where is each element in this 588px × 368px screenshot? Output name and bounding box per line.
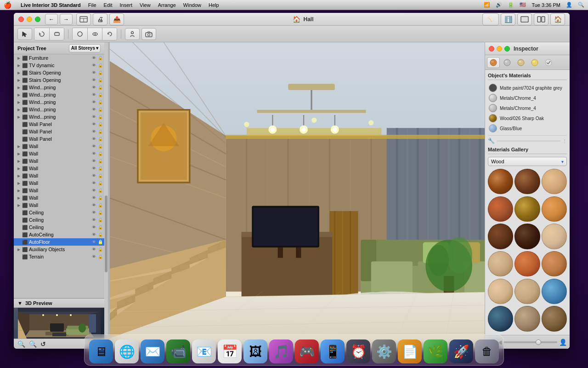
lock-icon[interactable]: 🔒 — [97, 84, 103, 91]
visibility-icon[interactable]: 👁 — [90, 69, 97, 76]
tree-item-auxiliary[interactable]: ▶ ⬛ Auxiliary Objects 👁 🔒 — [14, 246, 104, 253]
swatch-wood4[interactable] — [488, 196, 513, 222]
maximize-button[interactable] — [35, 17, 40, 22]
swatch-teal[interactable] — [542, 279, 567, 304]
dock-launchpad[interactable]: 🚀 — [449, 339, 473, 363]
lock-icon[interactable]: 🔒 — [97, 121, 103, 127]
refresh-tool[interactable] — [102, 28, 117, 40]
dock-itunes[interactable]: 🎵 — [269, 339, 293, 363]
lock-icon[interactable]: 🔒 — [97, 158, 103, 164]
swatch-wood3[interactable] — [542, 169, 567, 194]
lock-icon[interactable]: 🔒 — [97, 150, 103, 157]
swatch-wood5[interactable] — [514, 196, 540, 222]
tree-item-wall3[interactable]: ▶ ⬛ Wall 👁 🔒 — [14, 157, 104, 165]
close-button[interactable] — [18, 17, 24, 22]
visibility-icon[interactable]: 👁 — [90, 231, 97, 238]
visibility-icon[interactable]: 👁 — [90, 180, 97, 186]
dock-mail[interactable]: ✉️ — [141, 339, 164, 363]
visibility-icon[interactable]: 👁 — [90, 92, 97, 98]
visibility-icon[interactable]: 👁 — [90, 158, 97, 164]
tree-item-terrain[interactable]: ⬛ Terrain 👁 🔒 — [14, 253, 104, 260]
dock-trash[interactable]: 🗑 — [475, 339, 499, 363]
swatch-wood14[interactable] — [514, 279, 540, 304]
visibility-icon[interactable]: 👁 — [90, 224, 97, 230]
lock-icon[interactable]: 🔒 — [97, 224, 103, 230]
tree-item-furniture[interactable]: ▶ ⬛ Furniture 👁 🔒 — [14, 54, 104, 62]
tree-item-wall8[interactable]: ▶ ⬛ Wall 👁 🔒 — [14, 194, 104, 201]
lock-icon[interactable]: 🔒 — [97, 195, 103, 201]
person-tool[interactable] — [125, 28, 140, 40]
swatch-wood10[interactable] — [488, 251, 513, 276]
toolbar-info-btn[interactable]: ℹ️ — [501, 13, 515, 25]
inspector-tab-extra[interactable] — [542, 57, 555, 68]
visibility-icon[interactable]: 👁 — [90, 187, 97, 194]
back-button[interactable]: ← — [45, 14, 58, 25]
lock-icon[interactable]: 🔒 — [97, 180, 103, 186]
tree-item-wall4[interactable]: ▶ ⬛ Wall 👁 🔒 — [14, 165, 104, 172]
dock-word[interactable]: 📄 — [398, 339, 422, 363]
swatch-wood16[interactable] — [542, 306, 567, 331]
swatch-wood2[interactable] — [514, 169, 540, 194]
material-item-0[interactable]: Matte paint/7024 graphite grey — [488, 83, 567, 93]
tree-item-wall7[interactable]: ▶ ⬛ Wall 👁 🔒 — [14, 187, 104, 194]
dock-plant[interactable]: 🌿 — [424, 339, 447, 363]
lock-icon[interactable]: 🔒 — [97, 92, 103, 98]
lock-icon[interactable]: 🔒 — [97, 253, 103, 260]
minimize-button[interactable] — [27, 17, 32, 22]
visibility-icon[interactable]: 👁 — [90, 202, 97, 208]
visibility-icon[interactable]: 👁 — [90, 106, 97, 113]
search-icon[interactable]: 🔍 — [578, 2, 584, 8]
all-storeys-dropdown[interactable]: All Storeys ▾ — [69, 44, 101, 52]
camera-tool[interactable] — [141, 28, 156, 40]
tree-item-ceiling3[interactable]: ⬛ Ceiling 👁 🔒 — [14, 224, 104, 231]
tree-item-wall1[interactable]: ▶ ⬛ Wall 👁 🔒 — [14, 143, 104, 150]
app-name[interactable]: Live Interior 3D Standard — [21, 2, 81, 8]
dock-appstore[interactable]: 📱 — [321, 339, 345, 363]
toolbar-floorplan-btn[interactable] — [76, 13, 91, 25]
tree-item-wall6[interactable]: ▶ ⬛ Wall 👁 🔒 — [14, 179, 104, 187]
tree-item-window5[interactable]: ▶ ⬛ Wind...pning 👁 🔒 — [14, 113, 104, 121]
dock-finder[interactable]: 🖥 — [89, 339, 113, 363]
sidebar-scroll-thumb[interactable] — [105, 196, 107, 272]
dock-timemachine[interactable]: ⏰ — [346, 339, 370, 363]
select-tool[interactable] — [17, 28, 32, 40]
lock-icon[interactable]: 🔒 — [97, 62, 103, 69]
swatch-wood12[interactable] — [542, 251, 567, 276]
lock-icon[interactable]: 🔒 — [97, 106, 103, 113]
lock-icon[interactable]: 🔒 — [97, 217, 103, 223]
inspector-tab-materials[interactable] — [487, 57, 500, 68]
gallery-dropdown[interactable]: Wood ▾ — [488, 157, 567, 166]
visibility-icon[interactable]: 👁 — [90, 195, 97, 201]
menu-file[interactable]: File — [88, 2, 96, 8]
material-item-2[interactable]: Metals/Chrome_4 — [488, 103, 567, 113]
inspector-maximize-btn[interactable] — [504, 46, 510, 52]
sidebar-tree[interactable]: ▶ ⬛ Furniture 👁 🔒 ▶ ⬛ TV dynamic 👁 — [14, 54, 104, 298]
visibility-icon[interactable]: 👁 — [90, 143, 97, 150]
tree-item-wallpanel3[interactable]: ⬛ Wall Panel 👁 🔒 — [14, 135, 104, 143]
toolbar-print-btn[interactable]: 🖨 — [93, 13, 107, 25]
lock-icon[interactable]: 🔒 — [97, 55, 103, 61]
lock-icon[interactable]: 🔒 — [97, 69, 103, 76]
visibility-icon[interactable]: 👁 — [90, 114, 97, 120]
apple-menu[interactable]: 🍎 — [4, 1, 11, 9]
dock-systemprefs[interactable]: ⚙️ — [372, 339, 396, 363]
tree-item-window3[interactable]: ▶ ⬛ Wind...pning 👁 🔒 — [14, 98, 104, 106]
lock-icon[interactable]: 🔒 — [97, 77, 103, 83]
forward-button[interactable]: → — [60, 14, 73, 25]
visibility-icon[interactable]: 👁 — [90, 253, 97, 260]
dock-calendar[interactable]: 📅 — [218, 339, 242, 363]
dock-safari[interactable]: 🌐 — [115, 339, 139, 363]
visibility-icon[interactable]: 👁 — [90, 55, 97, 61]
tree-item-wallpanel1[interactable]: ⬛ Wall Panel 👁 🔒 — [14, 121, 104, 128]
sidebar-scrollbar[interactable] — [104, 42, 108, 349]
menu-view[interactable]: View — [140, 2, 151, 8]
lock-icon[interactable]: 🔒 — [97, 209, 103, 216]
reset-icon[interactable]: ↺ — [40, 340, 46, 348]
lock-icon[interactable]: 🔒 — [97, 231, 103, 238]
expand-materials-btn[interactable]: ⋮ — [562, 138, 567, 144]
toolbar-view1-btn[interactable] — [517, 13, 532, 25]
lock-icon[interactable]: 🔒 — [97, 239, 103, 245]
swatch-wood7[interactable] — [488, 224, 513, 249]
swatch-wood1[interactable] — [488, 169, 513, 194]
tree-item-wall5[interactable]: ▶ ⬛ Wall 👁 🔒 — [14, 172, 104, 179]
